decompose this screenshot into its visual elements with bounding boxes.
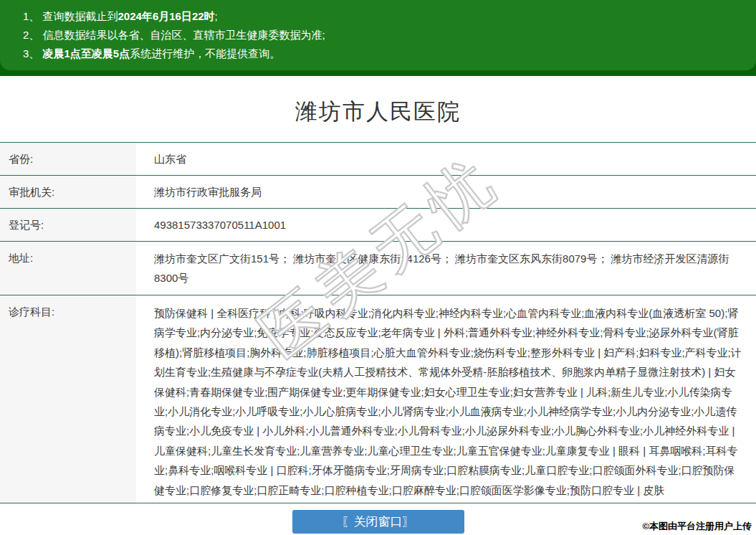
notice-banner-inner: 1、 查询数据截止到2024年6月16日22时; 2、 信息数据结果以各省、自治… bbox=[0, 0, 756, 70]
row-value-departments: 预防保健科 | 全科医疗科 | 内科;呼吸内科专业;消化内科专业;神经内科专业;… bbox=[136, 295, 756, 503]
notice-line-1: 1、 查询数据截止到2024年6月16日22时; bbox=[23, 7, 742, 26]
notice-line-2: 2、 信息数据结果以各省、自治区、直辖市卫生健康委数据为准; bbox=[23, 26, 742, 44]
notice-text: 信息数据结果以各省、自治区、直辖市卫生健康委数据为准; bbox=[43, 29, 325, 41]
table-row: 省份: 山东省 bbox=[0, 142, 756, 175]
row-value-registration-number: 49381573337070511A1001 bbox=[136, 209, 756, 241]
departments-text: 预防保健科 | 全科医疗科 | 内科;呼吸内科专业;消化内科专业;神经内科专业;… bbox=[154, 303, 742, 500]
hospital-detail-table: 省份: 山东省 审批机关: 潍坊市行政审批服务局 登记号: 4938157333… bbox=[0, 142, 756, 503]
close-window-button[interactable]: 〖关闭窗口〗 bbox=[292, 510, 464, 534]
upload-credit: ©本图由平台注册用户上传 bbox=[642, 520, 752, 533]
table-row: 审批机关: 潍坊市行政审批服务局 bbox=[0, 175, 756, 208]
row-value-address: 潍坊市奎文区广文街151号； 潍坊市奎文区健康东街14126号； 潍坊市奎文区东… bbox=[136, 242, 756, 295]
notice-number: 2、 bbox=[23, 29, 43, 41]
notice-text: ; bbox=[215, 10, 218, 22]
notice-line-3: 3、 凌晨1点至凌晨5点系统进行维护，不能提供查询。 bbox=[23, 44, 742, 63]
notice-banner: 1、 查询数据截止到2024年6月16日22时; 2、 信息数据结果以各省、自治… bbox=[0, 0, 756, 76]
notice-text: 系统进行维护，不能提供查询。 bbox=[130, 47, 280, 60]
notice-bold-text: 2024年6月16日22时 bbox=[118, 10, 215, 22]
notice-text: 查询数据截止到 bbox=[43, 10, 118, 22]
page-title: 潍坊市人民医院 bbox=[0, 96, 756, 128]
row-value-province: 山东省 bbox=[136, 143, 756, 175]
table-row: 登记号: 49381573337070511A1001 bbox=[0, 208, 756, 241]
title-spacer bbox=[0, 128, 756, 142]
table-row: 地址: 潍坊市奎文区广文街151号； 潍坊市奎文区健康东街14126号； 潍坊市… bbox=[0, 241, 756, 295]
row-label-address: 地址: bbox=[0, 242, 136, 295]
table-row: 诊疗科目: 预防保健科 | 全科医疗科 | 内科;呼吸内科专业;消化内科专业;神… bbox=[0, 295, 756, 503]
row-label-province: 省份: bbox=[0, 143, 136, 175]
row-label-approval-authority: 审批机关: bbox=[0, 176, 136, 208]
row-label-registration-number: 登记号: bbox=[0, 209, 136, 241]
notice-bold-text: 凌晨1点至凌晨5点 bbox=[43, 47, 130, 60]
notice-number: 1、 bbox=[23, 10, 43, 22]
row-label-departments: 诊疗科目: bbox=[0, 295, 136, 503]
query-result-page: 1、 查询数据截止到2024年6月16日22时; 2、 信息数据结果以各省、自治… bbox=[0, 0, 756, 535]
row-value-approval-authority: 潍坊市行政审批服务局 bbox=[136, 176, 756, 208]
notice-number: 3、 bbox=[23, 47, 43, 60]
